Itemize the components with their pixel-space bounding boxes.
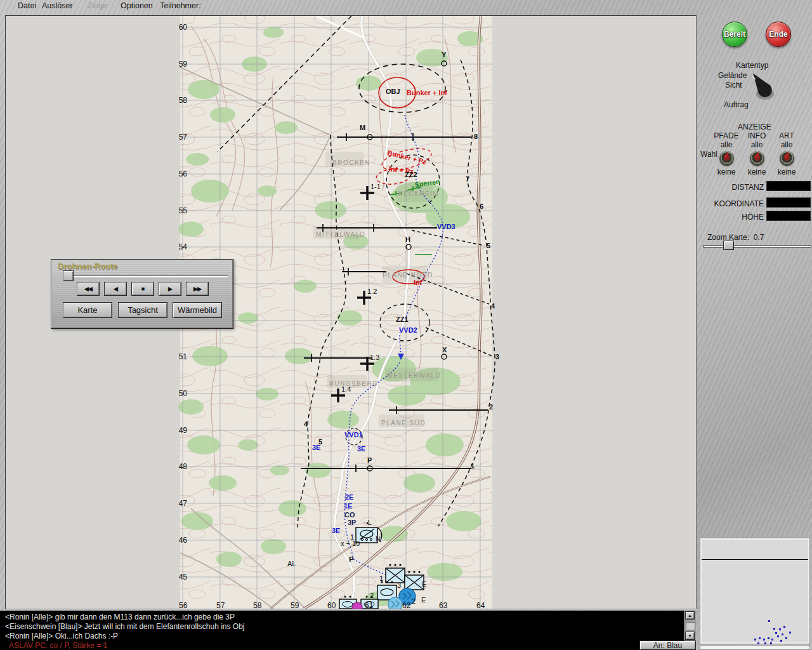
menu-teilnehmer[interactable]: Teilnehmer: [160, 1, 201, 10]
pfade-switch-group: PFADE alle keine [710, 131, 742, 176]
pfade-alle: alle [710, 140, 742, 149]
drone-route-dialog[interactable]: Drohnen-Route ◀◀ ◀ ■ ▶ ▶▶ Karte Tagsicht… [51, 259, 233, 329]
info-label: INFO [741, 131, 773, 140]
kartentyp-switch-knob[interactable] [746, 69, 782, 104]
route-progress-track[interactable] [64, 275, 228, 277]
minimap-unit-dot [754, 639, 756, 640]
minimap-unit-dot [770, 642, 772, 644]
scroll-down-icon[interactable]: ▼ [685, 632, 695, 640]
minimap-unit-dot [785, 637, 787, 639]
info-knob[interactable] [750, 151, 764, 166]
pfade-keine: keine [710, 168, 742, 176]
minimap-unit-dot [775, 632, 777, 634]
koordinate-readout [766, 197, 811, 208]
map-zoom-slider[interactable] [703, 245, 811, 248]
hoehe-readout [766, 211, 811, 221]
tagsicht-button[interactable]: Tagsicht [118, 302, 167, 318]
chat-scrollbar[interactable]: ▲ ▼ [684, 611, 696, 640]
minimap-unit-dot [759, 637, 761, 639]
pfade-label: PFADE [710, 131, 742, 140]
kartentyp-option-sicht[interactable]: Sicht [725, 81, 742, 90]
zoom-karte-value: 0.7 [754, 233, 764, 242]
minimap-unit-dot [783, 626, 785, 628]
rewind-button[interactable]: ◀◀ [77, 282, 100, 296]
minimap-unit-dot [764, 642, 766, 644]
minimap-unit-dot [768, 637, 769, 639]
minimap-unit-dot [768, 620, 770, 622]
chat-line: <Ronin [Alle]> gib mir dann den M113 dan… [5, 613, 235, 621]
info-switch-group: INFO alle keine [741, 131, 773, 176]
minimap-unit-dot [773, 628, 775, 630]
chat-log: <Ronin [Alle]> gib mir dann den M113 dan… [0, 611, 684, 640]
auftrag-label[interactable]: Auftrag [724, 100, 749, 109]
distanz-label: DISTANZ [698, 183, 764, 192]
minimap-footer-strip [700, 645, 810, 650]
route-progress-thumb[interactable] [63, 270, 74, 281]
distanz-readout [766, 181, 811, 191]
zoom-karte-label: Zoom Karte: 0.7 [707, 233, 764, 242]
minimap-unit-dot [763, 639, 765, 640]
art-alle: alle [771, 140, 802, 149]
minimap-boundary-line [702, 559, 808, 560]
unit-status-text: ASLAV PC: co / P, Stärke = 1 [9, 641, 107, 650]
waermebild-button[interactable]: Wärmebild [173, 302, 222, 318]
minimap-unit-dot [771, 639, 773, 640]
minimap-unit-dot [789, 632, 791, 633]
step-back-button[interactable]: ◀ [104, 282, 127, 296]
play-button[interactable]: ▶ [159, 282, 181, 296]
chat-recipient-button[interactable]: An: Blau [639, 640, 696, 650]
scroll-up-icon[interactable]: ▲ [685, 611, 695, 620]
art-switch-group: ART alle keine [771, 131, 802, 176]
kartentyp-option-gelaende[interactable]: Gelände [718, 71, 747, 80]
menu-ausloeser[interactable]: Auslöser [42, 1, 73, 10]
minimap-unit-dot [782, 633, 783, 635]
chat-line: <Eisenschwein [Blau]> Jetzt will ich mit… [5, 622, 245, 631]
info-alle: alle [741, 140, 773, 149]
menu-zeige: Zeige [88, 1, 107, 10]
minimap-unit-dot [779, 628, 781, 630]
karte-button[interactable]: Karte [63, 302, 112, 318]
dialog-title: Drohnen-Route [58, 262, 118, 271]
map-zoom-thumb[interactable] [723, 241, 734, 250]
pfade-knob[interactable] [719, 151, 734, 166]
menu-datei[interactable]: Datei [18, 1, 36, 10]
chat-line: <Ronin [Alle]> Oki...ich Dachs :-P [5, 632, 118, 640]
art-knob[interactable] [780, 151, 794, 166]
menu-bar: Datei Auslöser Zeige Optionen Teilnehmer… [0, 0, 812, 12]
fast-forward-button[interactable]: ▶▶ [186, 282, 209, 296]
bereit-button[interactable]: Bereit [722, 22, 747, 47]
ende-button[interactable]: Ende [766, 22, 791, 47]
overview-minimap[interactable] [700, 538, 810, 644]
minimap-unit-dot [780, 640, 782, 642]
info-keine: keine [741, 168, 773, 176]
anzeige-header: ANZEIGE [738, 123, 771, 131]
koordinate-label: KOORDINATE [698, 199, 764, 208]
hoehe-label: HÖHE [698, 213, 764, 222]
art-label: ART [771, 131, 802, 140]
scrollbar-thumb[interactable] [686, 622, 695, 630]
art-keine: keine [771, 168, 802, 176]
minimap-unit-dot [757, 642, 759, 644]
status-bar: ASLAV PC: co / P, Stärke = 1 [0, 640, 639, 650]
minimap-unit-dot [777, 635, 779, 637]
stop-button[interactable]: ■ [131, 282, 154, 296]
menu-optionen[interactable]: Optionen [121, 1, 153, 10]
